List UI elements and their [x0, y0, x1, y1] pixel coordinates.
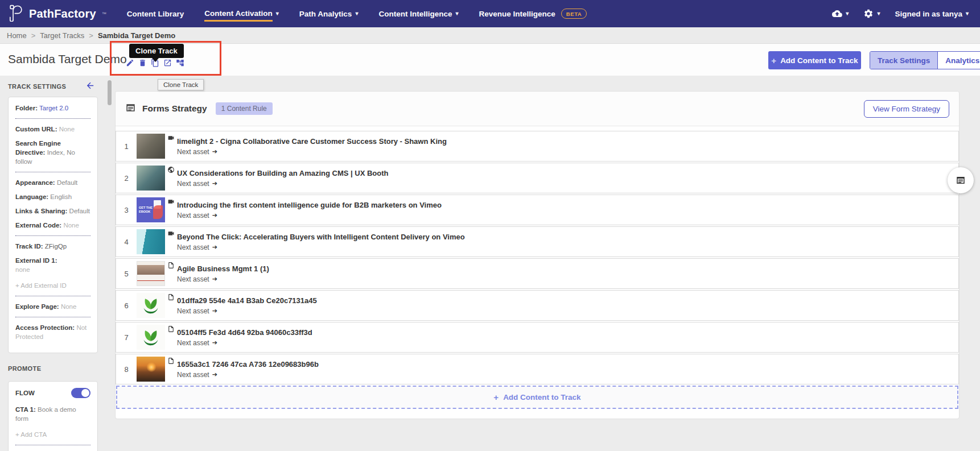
content-rule-badge: 1 Content Rule [216, 102, 273, 115]
thumbnail-wrap [137, 229, 165, 254]
custom-url-value: None [59, 126, 75, 133]
scrollbar-thumb[interactable] [108, 80, 112, 105]
view-form-strategy-button[interactable]: View Form Strategy [864, 100, 949, 118]
beta-badge: BETA [561, 9, 587, 19]
thumbnail-wrap [137, 261, 165, 286]
settings-menu[interactable]: ▾ [863, 9, 880, 19]
thumbnail [137, 357, 165, 382]
cloud-upload-icon [832, 9, 842, 19]
trademark: ™ [102, 11, 106, 16]
add-content-dashed-button[interactable]: + Add Content to Track [116, 386, 958, 409]
thumbnail [137, 165, 165, 191]
tab-analytics[interactable]: Analytics [937, 52, 980, 69]
nav-content-library[interactable]: Content Library [117, 0, 195, 27]
asset-title: UX Considerations for Building an Amazin… [177, 169, 389, 177]
globe-icon [167, 165, 175, 173]
arrow-right-icon: ➔ [212, 307, 217, 315]
delete-icon[interactable] [138, 59, 147, 67]
brand-name: PathFactory [29, 7, 96, 20]
content-row-3[interactable]: 3 GET THE EBOOK Introducing the first co… [116, 195, 959, 225]
pdf-icon [167, 293, 175, 300]
content-row-6[interactable]: 6 01dffa29 554e 4a14 B3ab Ce20c7131a45 N… [116, 290, 959, 321]
row-number: 6 [116, 301, 137, 310]
links-sharing-value: Default [69, 208, 90, 214]
external-code-value: None [63, 222, 79, 229]
arrow-right-icon: ➔ [212, 180, 217, 187]
breadcrumb-target-tracks[interactable]: Target Tracks [40, 31, 84, 40]
form-strategy-fab-button[interactable] [948, 167, 974, 193]
asset-title: Introducing the first content intelligen… [177, 201, 442, 209]
collapse-sidebar-icon[interactable] [85, 81, 95, 90]
arrow-right-icon: ➔ [212, 148, 217, 155]
content-row-7[interactable]: 7 05104ff5 Fe3d 4d64 92ba 94060c33ff3d N… [116, 322, 959, 353]
sitemap-icon[interactable] [176, 59, 184, 67]
promote-heading: PROMOTE [8, 365, 41, 372]
explore-page-label: Explore Page: [15, 303, 59, 310]
asset-title: Agile Business Mgmt 1 (1) [177, 264, 269, 273]
plus-icon: + [493, 392, 499, 402]
top-navigation-bar: PathFactory™ Content Library Content Act… [0, 0, 980, 27]
track-id-value: ZFigQp [45, 243, 67, 250]
divider [15, 172, 90, 172]
thumbnail-wrap [137, 325, 165, 350]
breadcrumb-separator: > [89, 31, 93, 40]
thumbnail-wrap [137, 134, 165, 159]
content-row-2[interactable]: 2 UX Considerations for Building an Amaz… [116, 163, 959, 193]
upload-menu[interactable]: ▾ [832, 9, 849, 19]
pathfactory-logo[interactable]: PathFactory™ [0, 3, 111, 24]
row-number: 4 [116, 238, 137, 246]
language-value: English [50, 193, 72, 200]
pathfactory-app: PathFactory™ Content Library Content Act… [0, 0, 980, 451]
row-number: 3 [116, 206, 137, 214]
forms-strategy-title: Forms Strategy [142, 104, 207, 114]
nav-path-analytics[interactable]: Path Analytics ▾ [289, 0, 369, 27]
row-number: 8 [116, 365, 137, 374]
gear-icon [863, 9, 874, 19]
add-cta-button[interactable]: + Add CTA [15, 430, 90, 439]
divider [15, 296, 90, 296]
add-external-id-button[interactable]: + Add External ID [15, 281, 90, 290]
thumbnail [137, 134, 165, 159]
next-asset-label: Next asset➔ [177, 339, 312, 347]
chevron-down-icon: ▾ [846, 11, 849, 16]
content-row-1[interactable]: 1 limelight 2 - Cigna Collaborative Care… [116, 131, 959, 162]
folder-value[interactable]: Target 2.0 [39, 105, 68, 111]
content-row-5[interactable]: 5 Agile Business Mgmt 1 (1) Next asset➔ [116, 258, 959, 289]
plus-icon: + [771, 56, 776, 65]
share-icon[interactable] [163, 59, 172, 67]
content-row-4[interactable]: 4 Beyond The Click: Accelerating Buyers … [116, 226, 959, 257]
asset-title: 01dffa29 554e 4a14 B3ab Ce20c7131a45 [177, 296, 317, 305]
breadcrumb-home[interactable]: Home [7, 31, 27, 40]
arrow-right-icon: ➔ [212, 371, 217, 378]
tab-track-settings[interactable]: Track Settings [870, 52, 937, 69]
row-number: 7 [116, 333, 137, 342]
external-code-label: External Code: [15, 222, 61, 229]
next-asset-label: Next asset➔ [177, 275, 269, 283]
main-nav-items: Content Library Content Activation ▾ Pat… [117, 0, 598, 27]
user-menu[interactable]: Signed in as tanya ▾ [895, 10, 969, 18]
next-asset-label: Next asset➔ [177, 243, 465, 251]
next-asset-label: Next asset➔ [177, 212, 442, 220]
divider [15, 317, 90, 317]
next-asset-label: Next asset➔ [177, 371, 319, 379]
chevron-down-icon: ▾ [877, 11, 880, 16]
asset-title: 05104ff5 Fe3d 4d64 92ba 94060c33ff3d [177, 328, 312, 337]
divider [15, 445, 90, 445]
add-content-to-track-button[interactable]: + Add Content to Track [768, 51, 861, 69]
flow-toggle[interactable] [71, 388, 90, 398]
nav-revenue-intelligence[interactable]: Revenue Intelligence BETA [468, 0, 597, 27]
breadcrumb-current: Sambida Target Demo [98, 31, 175, 40]
thumbnail-wrap [137, 357, 165, 382]
edit-icon[interactable] [126, 59, 134, 67]
videocam-icon [167, 134, 175, 141]
videocam-icon [167, 229, 175, 237]
nav-content-intelligence[interactable]: Content Intelligence ▾ [368, 0, 468, 27]
nav-content-activation[interactable]: Content Activation ▾ [194, 0, 289, 27]
flow-label: FLOW [15, 388, 35, 398]
thumbnail-wrap [137, 293, 165, 318]
content-row-8[interactable]: 8 1655a3c1 7246 47ca A736 12e09683b96b N… [116, 354, 959, 384]
nav-right-cluster: ▾ ▾ Signed in as tanya ▾ [832, 9, 980, 19]
videocam-icon [167, 197, 175, 205]
links-sharing-label: Links & Sharing: [15, 208, 67, 214]
custom-url-label: Custom URL: [15, 126, 57, 133]
